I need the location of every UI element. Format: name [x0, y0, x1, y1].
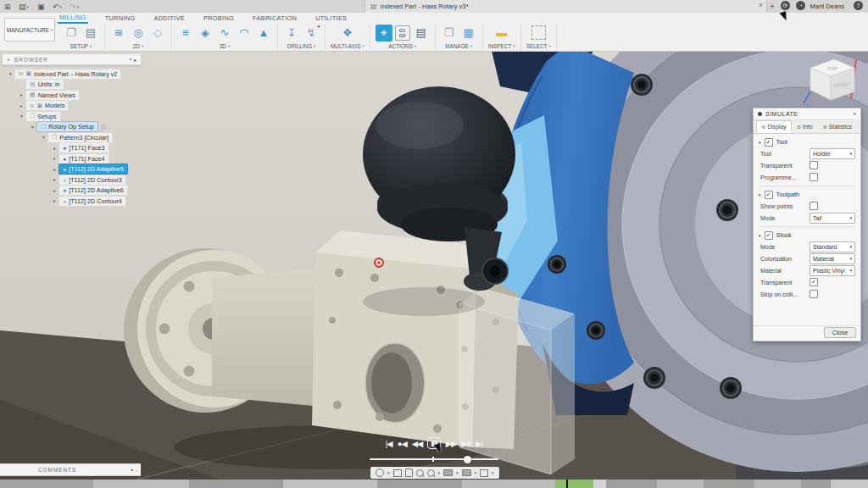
- pan-icon[interactable]: [405, 469, 413, 477]
- simulate-header[interactable]: SIMULATE »: [754, 108, 860, 120]
- comments-expand-icon[interactable]: ›: [136, 468, 137, 473]
- 3d-pocket-icon[interactable]: ◈: [197, 25, 214, 42]
- tree-item[interactable]: ❐Rotary Op Setup: [36, 121, 98, 132]
- tree-item[interactable]: ⊙▣Indexed Part – Haas Rotary v2: [14, 69, 121, 80]
- save-icon[interactable]: ▣: [37, 0, 45, 13]
- view-cube[interactable]: TOP FRONT Z: [802, 53, 863, 110]
- tree-row[interactable]: ▾❐Pattern3 [Circular]◌: [2, 132, 142, 143]
- step-back-button[interactable]: ◀◀: [412, 439, 423, 448]
- stock-mode-select[interactable]: Standard▾: [810, 241, 855, 252]
- disclosure-arrow[interactable]: ▸: [51, 146, 58, 151]
- panel-expand-icon[interactable]: ▸: [134, 57, 136, 63]
- stock-section-checkbox[interactable]: ✓: [765, 231, 773, 240]
- tab-milling[interactable]: MILLING: [58, 14, 88, 24]
- simulate-tab-display[interactable]: ⚙Display: [756, 120, 792, 133]
- nc-program-icon[interactable]: ▤: [82, 25, 99, 42]
- timeline-segment[interactable]: [704, 480, 754, 488]
- tree-item[interactable]: ●[T112] 2D Adaptive5: [58, 164, 128, 175]
- grid-settings-icon[interactable]: [462, 469, 471, 476]
- step-forward-button[interactable]: ▶▶: [446, 439, 457, 448]
- stop-on-collision-checkbox[interactable]: [810, 290, 818, 298]
- tool-section-checkbox[interactable]: ✓: [765, 138, 773, 147]
- play-to-next-button[interactable]: ▶●: [461, 439, 470, 448]
- disclosure-arrow[interactable]: ▾: [40, 135, 47, 140]
- disclosure-arrow[interactable]: ▸: [51, 156, 58, 161]
- timeline-playhead[interactable]: [566, 480, 568, 488]
- tab-probing[interactable]: PROBING: [202, 14, 236, 22]
- tree-row[interactable]: ▸●[T171] Face4: [2, 153, 142, 164]
- tree-row[interactable]: ▸▦Named Views: [2, 90, 142, 101]
- display-settings-icon[interactable]: [443, 469, 453, 476]
- timeline-segment[interactable]: [606, 480, 657, 488]
- viewports-icon[interactable]: [480, 469, 488, 477]
- simulate-icon[interactable]: ⌖: [376, 25, 392, 42]
- zoom-icon[interactable]: [416, 469, 424, 477]
- browser-header[interactable]: « BROWSER ▪▸: [2, 53, 142, 65]
- tool-library-icon[interactable]: ❐: [441, 25, 458, 42]
- panel-menu-icon[interactable]: ▪: [130, 57, 131, 62]
- fit-icon[interactable]: [427, 469, 435, 477]
- tree-row[interactable]: ▾⊙▣Indexed Part – Haas Rotary v2: [2, 69, 142, 80]
- 3d-spiral-icon[interactable]: ▲: [255, 25, 272, 42]
- 2d-adaptive-icon[interactable]: ≋: [110, 25, 127, 42]
- material-select[interactable]: Plastic Vinyl▾: [810, 265, 855, 276]
- tree-item[interactable]: ❐Pattern3 [Circular]: [47, 132, 113, 143]
- tree-item[interactable]: ❐Setups: [25, 111, 61, 122]
- comments-bar[interactable]: COMMENTS ▪ ›: [0, 463, 141, 476]
- close-button[interactable]: Close: [824, 327, 856, 338]
- new-setup-icon[interactable]: ❐: [63, 25, 80, 42]
- disclosure-arrow[interactable]: ▸: [18, 92, 25, 97]
- timeline-segment[interactable]: [801, 480, 831, 488]
- orbit-icon[interactable]: [376, 469, 384, 477]
- timeline-segment[interactable]: [0, 480, 93, 488]
- colorization-select[interactable]: Material▾: [810, 253, 855, 264]
- machine-library-icon[interactable]: ▦: [460, 25, 477, 42]
- new-tab-icon[interactable]: +: [770, 0, 775, 13]
- tab-turning[interactable]: TURNING: [103, 14, 137, 22]
- tool-section-header[interactable]: ▾ ✓ Tool: [759, 136, 855, 147]
- collapse-panel-icon[interactable]: «: [7, 57, 10, 63]
- close-tab-icon[interactable]: ×: [759, 1, 763, 9]
- show-points-checkbox[interactable]: [810, 202, 818, 210]
- dropdown-caret[interactable]: ▾: [492, 470, 494, 475]
- tree-row[interactable]: ▸⊙▣Models: [2, 101, 142, 112]
- tab-additive[interactable]: ADDITIVE: [152, 14, 186, 22]
- timeline-segment[interactable]: [754, 480, 801, 488]
- tree-item[interactable]: ●[T171] Face4: [58, 153, 109, 164]
- simulate-tab-info[interactable]: ⚙Info: [792, 120, 818, 133]
- tree-item[interactable]: ●[T171] Face3: [58, 142, 109, 153]
- slider-handle[interactable]: [464, 456, 471, 463]
- tree-row[interactable]: ▤Units: in: [2, 80, 142, 91]
- tree-row[interactable]: ▸●[T112] 2D Contour4: [2, 196, 142, 207]
- go-to-start-button[interactable]: |◀: [386, 439, 392, 448]
- tree-item[interactable]: ▦Named Views: [25, 90, 80, 101]
- toolpath-section-header[interactable]: ▾ ✓ Toolpath: [759, 189, 855, 200]
- app-grid-icon[interactable]: ⊞: [4, 0, 11, 13]
- file-menu-icon[interactable]: ▤▾: [19, 0, 29, 13]
- tree-item[interactable]: ⊙▣Models: [25, 100, 69, 111]
- disclosure-arrow[interactable]: ▾: [18, 114, 25, 119]
- 3d-scallop-icon[interactable]: ◠: [236, 25, 253, 42]
- timeline-segment[interactable]: [462, 480, 555, 488]
- dialog-expand-icon[interactable]: »: [853, 111, 856, 117]
- timeline-segment[interactable]: [93, 480, 189, 488]
- tree-row[interactable]: ▸●[T112] 2D Adaptive6: [2, 186, 142, 197]
- multi-axis-icon[interactable]: ❖: [339, 25, 356, 42]
- tool-transparent-checkbox[interactable]: [810, 161, 818, 169]
- simulation-slider[interactable]: [370, 458, 498, 460]
- tab-fabrication[interactable]: FABRICATION: [251, 14, 298, 22]
- visibility-eye-icon[interactable]: ⊙: [19, 70, 23, 77]
- tree-row[interactable]: ▾❐Setups: [2, 111, 142, 122]
- dropdown-caret[interactable]: ▾: [438, 470, 441, 475]
- setup-sheet-icon[interactable]: ▤: [413, 25, 430, 42]
- document-tab[interactable]: ▤ Indexed Part - Haas Rotary v3* ×: [364, 0, 767, 13]
- programmed-checkbox[interactable]: [810, 173, 818, 181]
- timeline-segment[interactable]: [377, 480, 462, 488]
- disclosure-arrow[interactable]: ▸: [18, 103, 25, 108]
- help-icon[interactable]: ?: [854, 1, 863, 10]
- workspace-selector[interactable]: MANUFACTURE▾: [4, 18, 55, 42]
- face-icon[interactable]: ◇: [149, 25, 166, 42]
- tree-item[interactable]: ●[T112] 2D Adaptive6: [58, 185, 128, 196]
- user-account-button[interactable]: Marti Deans: [810, 0, 844, 13]
- measure-icon[interactable]: ▬: [493, 25, 510, 42]
